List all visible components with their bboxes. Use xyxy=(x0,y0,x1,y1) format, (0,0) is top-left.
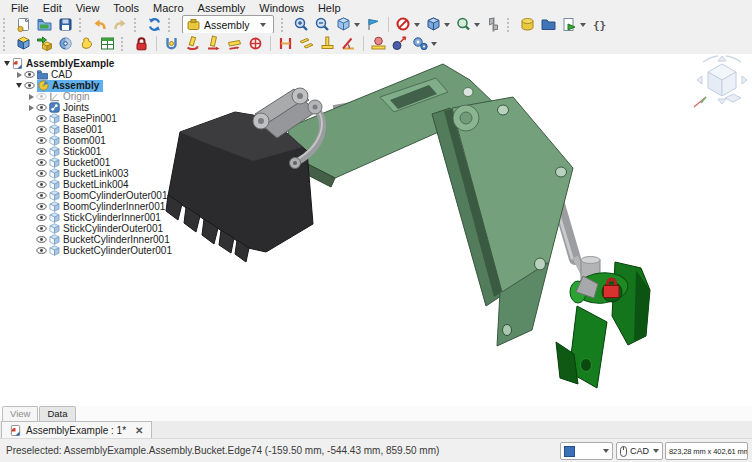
zoom-out-button[interactable] xyxy=(312,16,333,34)
toggle-grounded-button[interactable] xyxy=(131,35,152,53)
tree-item-origin[interactable]: Origin xyxy=(0,91,150,102)
menu-assembly[interactable]: Assembly xyxy=(191,1,253,15)
create-assembly-button[interactable] xyxy=(13,35,34,53)
exploded-view-button[interactable] xyxy=(389,35,410,53)
chevron-down-icon[interactable] xyxy=(444,23,450,27)
tab-view[interactable]: View xyxy=(2,406,38,421)
open-document-button[interactable] xyxy=(34,16,55,34)
toolbar-grip[interactable] xyxy=(507,18,513,32)
zoom-in-button[interactable] xyxy=(291,16,312,34)
joint-revolute-button[interactable] xyxy=(182,35,203,53)
eye-icon[interactable] xyxy=(36,223,47,234)
eye-icon[interactable] xyxy=(36,245,47,256)
joint-ball-button[interactable] xyxy=(245,35,266,53)
tree-item-basepin001[interactable]: BasePin001 xyxy=(0,113,150,124)
insert-component-button[interactable] xyxy=(34,35,55,53)
tree-item-bucketlink004[interactable]: BucketLink004 xyxy=(0,179,150,190)
tree-item-assembly[interactable]: Assembly xyxy=(0,80,150,91)
joint-distance-button[interactable] xyxy=(275,35,296,53)
menu-file[interactable]: File xyxy=(4,1,36,15)
eye-icon[interactable] xyxy=(36,157,47,168)
macro-execute-button[interactable] xyxy=(559,16,580,34)
joint-slider-button[interactable] xyxy=(224,35,245,53)
joint-fixed-button[interactable] xyxy=(161,35,182,53)
macro-folder-button[interactable] xyxy=(538,16,559,34)
macro-record-button[interactable] xyxy=(517,16,538,34)
menu-view[interactable]: View xyxy=(69,1,107,15)
tree-item-cad[interactable]: CAD xyxy=(0,69,150,80)
joint-rack-pinion-button[interactable] xyxy=(368,35,389,53)
toolbar-grip[interactable] xyxy=(168,18,174,32)
dimension-selector[interactable]: 823,28 mm x 402,61 mm xyxy=(665,442,748,460)
measure-button[interactable] xyxy=(483,16,504,34)
tree-item-bucketlink003[interactable]: BucketLink003 xyxy=(0,168,150,179)
eye-icon[interactable] xyxy=(36,146,47,157)
close-icon[interactable]: ✕ xyxy=(131,425,143,436)
axonometric-view-button[interactable] xyxy=(423,16,444,34)
bill-of-materials-button[interactable] xyxy=(97,35,118,53)
menu-help[interactable]: Help xyxy=(311,1,348,15)
eye-off-icon[interactable] xyxy=(36,91,47,102)
chevron-down-icon[interactable] xyxy=(580,23,586,27)
tree-item-joints[interactable]: Joints xyxy=(0,102,150,113)
tree-item-stickcylinderinner001[interactable]: StickCylinderInner001 xyxy=(0,212,150,223)
eye-icon[interactable] xyxy=(24,80,35,91)
tree-item-stick001[interactable]: Stick001 xyxy=(0,146,150,157)
navigation-style-selector[interactable]: CAD xyxy=(616,442,663,460)
draw-style-selector[interactable] xyxy=(560,442,613,460)
tree-item-boom001[interactable]: Boom001 xyxy=(0,135,150,146)
expander-icon[interactable] xyxy=(14,72,24,78)
menu-macro[interactable]: Macro xyxy=(146,1,191,15)
expander-icon[interactable] xyxy=(26,94,36,100)
expander-icon[interactable] xyxy=(2,61,12,66)
view-flag-button[interactable] xyxy=(363,16,384,34)
eye-icon[interactable] xyxy=(36,113,47,124)
menu-tools[interactable]: Tools xyxy=(106,1,146,15)
tree-item-boomcylinderinner001[interactable]: BoomCylinderInner001 xyxy=(0,201,150,212)
joint-cylindrical-button[interactable] xyxy=(203,35,224,53)
joint-angle-button[interactable] xyxy=(338,35,359,53)
fit-all-button[interactable] xyxy=(333,16,354,34)
eye-icon[interactable] xyxy=(36,179,47,190)
eye-icon[interactable] xyxy=(36,201,47,212)
toolbar-grip[interactable] xyxy=(281,18,287,32)
draw-style-button[interactable] xyxy=(393,16,414,34)
menu-edit[interactable]: Edit xyxy=(36,1,69,15)
joint-perpendicular-button[interactable] xyxy=(317,35,338,53)
sync-view-button[interactable] xyxy=(453,16,474,34)
eye-icon[interactable] xyxy=(24,69,35,80)
undo-button[interactable] xyxy=(89,16,110,34)
refresh-button[interactable] xyxy=(144,16,165,34)
toolbar-grip[interactable] xyxy=(79,18,85,32)
tree-item-bucket001[interactable]: Bucket001 xyxy=(0,157,150,168)
tree-item-bucketcylinderinner001[interactable]: BucketCylinderInner001 xyxy=(0,234,150,245)
model-base[interactable] xyxy=(556,257,650,389)
eye-icon[interactable] xyxy=(36,168,47,179)
tree-item-document[interactable]: AssemblyExample xyxy=(0,58,150,69)
joint-parallel-button[interactable] xyxy=(296,35,317,53)
toolbar-grip[interactable] xyxy=(3,18,9,32)
toolbar-grip[interactable] xyxy=(134,18,140,32)
eye-icon[interactable] xyxy=(36,190,47,201)
expander-icon[interactable] xyxy=(26,105,36,111)
tree-item-bucketcylinderouter001[interactable]: BucketCylinderOuter001 xyxy=(0,245,150,256)
menu-windows[interactable]: Windows xyxy=(252,1,311,15)
nav-cube[interactable] xyxy=(694,56,747,107)
chevron-down-icon[interactable] xyxy=(431,42,437,46)
workbench-selector[interactable]: Assembly xyxy=(182,15,274,34)
document-tab[interactable]: AssemblyExample : 1* ✕ xyxy=(1,421,152,438)
new-document-button[interactable] xyxy=(13,16,34,34)
solve-assembly-button[interactable] xyxy=(55,35,76,53)
chevron-down-icon[interactable] xyxy=(354,23,360,27)
python-console-button[interactable]: {} xyxy=(589,16,610,34)
tab-data[interactable]: Data xyxy=(39,406,75,421)
tree-item-base001[interactable]: Base001 xyxy=(0,124,150,135)
chevron-down-icon[interactable] xyxy=(474,23,480,27)
expander-icon[interactable] xyxy=(14,83,24,88)
toolbar-grip[interactable] xyxy=(121,37,127,51)
eye-icon[interactable] xyxy=(36,102,47,113)
chevron-down-icon[interactable] xyxy=(414,23,420,27)
tree-item-stickcylinderouter001[interactable]: StickCylinderOuter001 xyxy=(0,223,150,234)
redo-button[interactable] xyxy=(110,16,131,34)
toolbar-grip[interactable] xyxy=(3,37,9,51)
